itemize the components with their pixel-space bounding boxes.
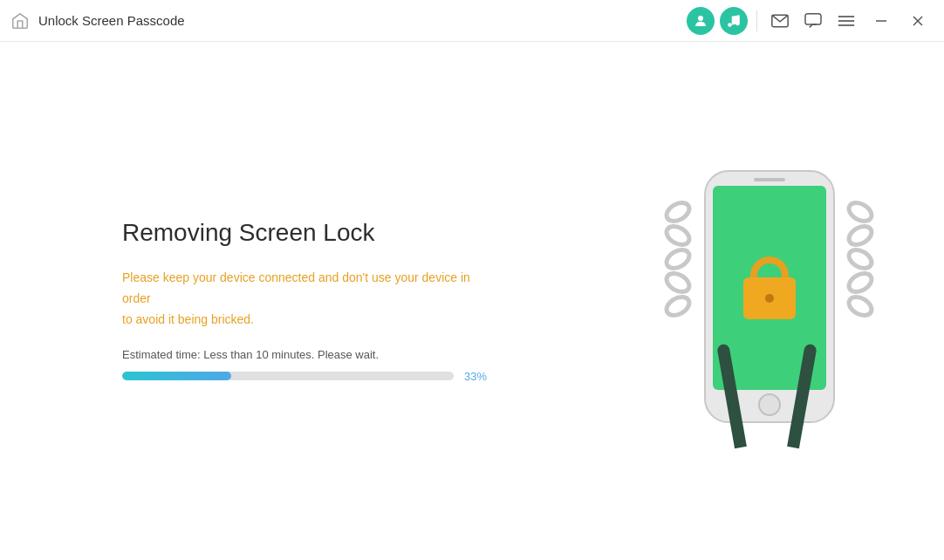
svg-point-19 [845,270,874,296]
phone-illustration [700,170,839,432]
left-panel: Removing Screen Lock Please keep your de… [122,219,558,382]
chat-icon [804,13,822,29]
phone-body [704,170,835,423]
title-bar: Unlock Screen Passcode [0,0,944,42]
title-bar-right [687,5,934,37]
chat-button[interactable] [799,7,827,35]
svg-point-20 [845,293,874,319]
minimize-icon [876,20,886,22]
svg-point-1 [728,23,732,27]
progress-percent: 33% [464,370,487,383]
svg-rect-4 [805,13,821,24]
close-icon [913,16,923,26]
lock-body [743,277,796,319]
phone-speaker [754,178,785,181]
warning-text: Please keep your device connected and do… [122,268,497,330]
lock-hole [765,294,774,303]
close-button[interactable] [902,5,934,37]
progress-bar-fill [122,372,231,380]
svg-point-2 [735,21,740,25]
home-icon [10,11,30,31]
svg-point-14 [663,270,692,296]
progress-row: 33% [122,370,558,383]
svg-point-13 [663,246,692,272]
svg-point-17 [845,222,874,249]
phone-home-button [758,393,781,416]
svg-point-11 [663,199,692,225]
estimated-time-text: Estimated time: Less than 10 minutes. Pl… [122,348,558,361]
svg-point-16 [845,199,874,225]
chain-left-icon [654,196,702,336]
svg-point-12 [663,222,692,249]
chain-right-icon [837,196,885,336]
user-icon [693,13,708,29]
music-avatar-button[interactable] [720,7,748,35]
menu-button[interactable] [832,7,860,35]
right-panel [682,170,857,432]
lock-icon [743,256,796,319]
svg-point-15 [663,293,692,319]
mail-button[interactable] [766,7,794,35]
main-content: Removing Screen Lock Please keep your de… [0,42,944,560]
heading: Removing Screen Lock [122,219,558,247]
mail-icon [771,14,789,28]
app-title: Unlock Screen Passcode [38,13,185,28]
menu-icon [838,14,855,28]
minimize-button[interactable] [865,5,897,37]
user-avatar-button[interactable] [687,7,715,35]
svg-point-0 [698,16,703,21]
title-bar-left: Unlock Screen Passcode [10,11,687,31]
separator [756,10,757,31]
music-icon [726,13,742,29]
svg-point-18 [845,246,874,272]
progress-bar-container [122,372,454,380]
